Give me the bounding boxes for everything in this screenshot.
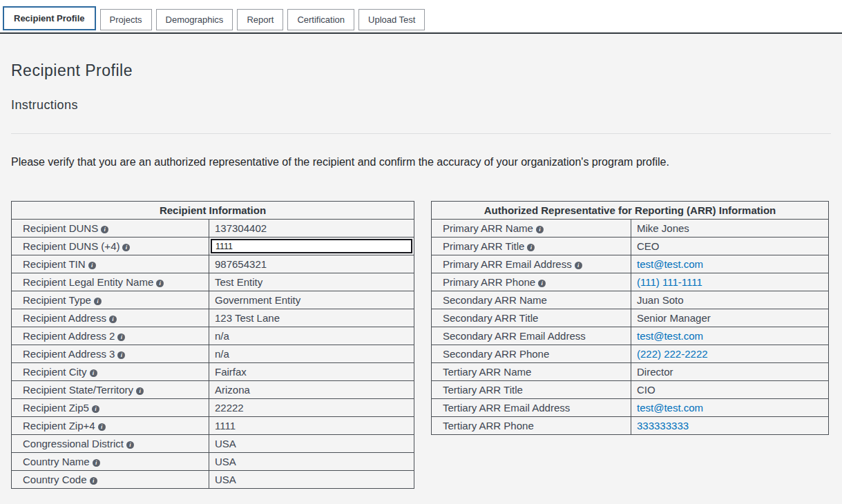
table-row: Recipient Typei Government Entity — [12, 291, 414, 309]
table-row: Secondary ARR Phone (222) 222-2222 — [432, 345, 829, 363]
phone-link[interactable]: (111) 111-1111 — [637, 276, 702, 288]
field-value: 22222 — [209, 399, 414, 417]
field-label: Recipient State/Territory — [23, 384, 133, 396]
field-value: 987654321 — [209, 255, 414, 273]
table-row: Country Codei USA — [12, 471, 414, 489]
field-value: n/a — [209, 327, 414, 345]
field-value: CIO — [631, 381, 829, 399]
table-row: Recipient Cityi Fairfax — [12, 363, 414, 381]
field-label: Recipient Address 2 — [23, 330, 115, 342]
field-value: Director — [631, 363, 829, 381]
email-link[interactable]: test@test.com — [637, 258, 703, 270]
field-label: Secondary ARR Name — [443, 294, 547, 306]
tab-bar: Recipient Profile Projects Demographics … — [0, 0, 842, 34]
field-label: Tertiary ARR Name — [443, 366, 531, 378]
instructions-heading: Instructions — [11, 80, 831, 113]
field-label: Country Name — [23, 456, 90, 467]
info-icon[interactable]: i — [93, 459, 100, 467]
field-label: Recipient Zip5 — [23, 402, 89, 414]
table-row: Country Namei USA — [12, 453, 414, 471]
table-row: Recipient Addressi 123 Test Lane — [12, 309, 414, 327]
table-row: Primary ARR Namei Mike Jones — [432, 220, 829, 238]
table-row: Recipient TINi 987654321 — [12, 255, 414, 273]
email-link[interactable]: test@test.com — [637, 330, 703, 342]
table-row: Recipient Legal Entity Namei Test Entity — [12, 273, 414, 291]
table-row: Tertiary ARR Title CIO — [432, 381, 829, 399]
field-label: Tertiary ARR Phone — [443, 420, 534, 432]
field-value: 1111 — [209, 417, 414, 435]
field-label: Recipient DUNS (+4) — [23, 240, 119, 252]
table-row: Recipient State/Territoryi Arizona — [12, 381, 414, 399]
field-value: 123 Test Lane — [209, 309, 414, 327]
field-value: USA — [209, 453, 414, 471]
info-icon[interactable]: i — [109, 316, 117, 323]
field-label: Secondary ARR Phone — [443, 348, 549, 360]
info-icon[interactable]: i — [156, 280, 164, 287]
table-row: Secondary ARR Title Senior Manager — [432, 309, 829, 327]
phone-link[interactable]: 333333333 — [637, 420, 689, 432]
field-label: Tertiary ARR Email Address — [443, 402, 570, 414]
table-row: Recipient DUNS (+4)i — [12, 238, 414, 255]
field-value: Test Entity — [209, 273, 414, 291]
field-label: Tertiary ARR Title — [443, 384, 523, 396]
info-icon[interactable]: i — [90, 369, 97, 377]
info-icon[interactable]: i — [538, 280, 546, 287]
table-row: Primary ARR Phonei (111) 111-1111 — [432, 273, 829, 291]
email-link[interactable]: test@test.com — [637, 402, 703, 414]
table-row: Tertiary ARR Phone 333333333 — [432, 417, 829, 435]
field-label: Recipient Type — [23, 294, 91, 306]
table-row: Primary ARR Email Addressi test@test.com — [432, 255, 829, 273]
table-row: Recipient Zip+4i 1111 — [12, 417, 414, 435]
divider — [11, 133, 831, 134]
table-row: Congressional Districti USA — [12, 435, 414, 453]
info-icon[interactable]: i — [117, 333, 125, 341]
info-icon[interactable]: i — [101, 226, 108, 233]
info-icon[interactable]: i — [98, 423, 106, 431]
field-value: Juan Soto — [631, 291, 829, 309]
info-icon[interactable]: i — [136, 387, 144, 395]
recipient-information-table: Recipient Information Recipient DUNSi 13… — [11, 201, 414, 489]
table-header-row: Recipient Information — [12, 202, 414, 220]
info-icon[interactable]: i — [117, 351, 125, 359]
field-value: Fairfax — [209, 363, 414, 381]
field-label: Recipient Address — [23, 312, 106, 324]
info-icon[interactable]: i — [90, 477, 97, 485]
page-title: Recipient Profile — [11, 34, 831, 80]
field-label: Recipient Zip+4 — [23, 420, 95, 432]
info-icon[interactable]: i — [122, 244, 130, 251]
table-row: Recipient DUNSi 137304402 — [12, 220, 414, 238]
field-label: Recipient Legal Entity Name — [23, 276, 153, 288]
table-row: Recipient Address 2i n/a — [12, 327, 414, 345]
field-value: CEO — [631, 238, 829, 255]
info-icon[interactable]: i — [536, 226, 544, 233]
field-label: Recipient TIN — [23, 258, 86, 270]
table-row: Tertiary ARR Email Address test@test.com — [432, 399, 829, 417]
tab-upload-test[interactable]: Upload Test — [358, 9, 425, 30]
info-icon[interactable]: i — [94, 298, 102, 305]
field-value: Senior Manager — [631, 309, 829, 327]
tab-projects[interactable]: Projects — [100, 9, 152, 30]
info-icon[interactable]: i — [126, 441, 134, 449]
phone-link[interactable]: (222) 222-2222 — [637, 348, 708, 360]
field-value: USA — [209, 471, 414, 489]
table-row: Recipient Address 3i n/a — [12, 345, 414, 363]
field-label: Secondary ARR Title — [443, 312, 538, 324]
info-icon[interactable]: i — [88, 262, 96, 269]
tab-demographics[interactable]: Demographics — [156, 9, 233, 30]
info-icon[interactable]: i — [527, 244, 535, 251]
content-panel: Recipient Profile Instructions Please ve… — [0, 34, 842, 504]
field-label: Recipient Address 3 — [23, 348, 115, 360]
tab-certification[interactable]: Certification — [287, 9, 354, 30]
table-row: Recipient Zip5i 22222 — [12, 399, 414, 417]
tab-recipient-profile[interactable]: Recipient Profile — [3, 6, 96, 30]
field-value: 137304402 — [209, 220, 414, 238]
recipient-duns-plus4-input[interactable] — [211, 239, 412, 253]
info-icon[interactable]: i — [92, 405, 99, 413]
field-value: n/a — [209, 345, 414, 363]
tab-report[interactable]: Report — [237, 9, 283, 30]
field-value: Mike Jones — [631, 220, 829, 238]
instructions-text: Please verify that you are an authorized… — [11, 156, 831, 168]
field-label: Primary ARR Phone — [443, 276, 535, 288]
info-icon[interactable]: i — [575, 262, 582, 269]
field-label: Recipient City — [23, 366, 87, 378]
